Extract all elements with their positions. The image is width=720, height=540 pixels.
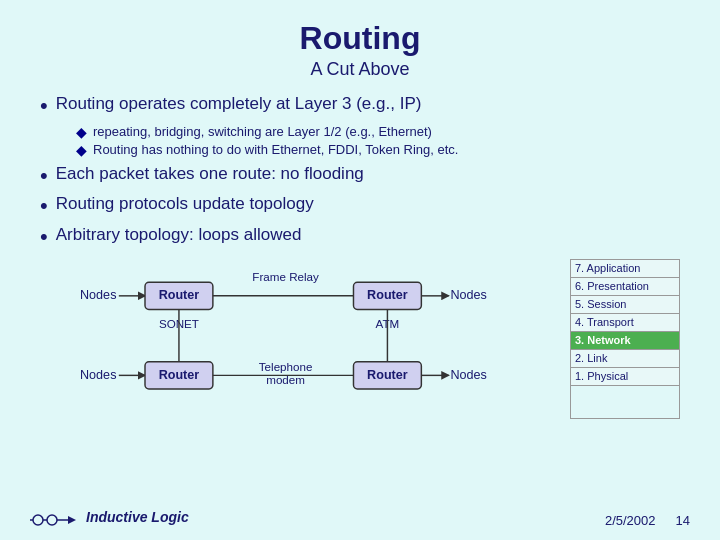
footer: Inductive Logic 2/5/2002 14 bbox=[0, 506, 720, 528]
osi-row-6: 2. Link bbox=[571, 350, 679, 368]
bottom-left-nodes-label: Nodes bbox=[80, 367, 116, 381]
top-left-nodes-label: Nodes bbox=[80, 288, 116, 302]
top-right-router-label: Router bbox=[367, 288, 408, 302]
osi-row-1: 7. Application bbox=[571, 260, 679, 278]
sub-bullet-1-2-text: Routing has nothing to do with Ethernet,… bbox=[93, 142, 458, 157]
bullet-3: • Routing protocols update topology bbox=[40, 194, 680, 218]
slide-subtitle: A Cut Above bbox=[40, 59, 680, 80]
inductive-logic-text: Inductive Logic bbox=[86, 509, 189, 525]
telephone-modem-label-1: Telephone bbox=[259, 359, 313, 372]
diagram-area: Nodes Router Frame Relay Router Nodes SO… bbox=[40, 259, 680, 419]
osi-row-5: 3. Network bbox=[571, 332, 679, 350]
svg-marker-5 bbox=[68, 516, 76, 524]
bullet-1: • Routing operates completely at Layer 3… bbox=[40, 94, 680, 118]
sub-dot-1-1: ◆ bbox=[76, 124, 87, 140]
sub-bullet-1-1: ◆ repeating, bridging, switching are Lay… bbox=[76, 124, 680, 140]
bullet-3-text: Routing protocols update topology bbox=[56, 194, 314, 214]
osi-row-2: 6. Presentation bbox=[571, 278, 679, 296]
inductive-logic-icon bbox=[30, 506, 80, 528]
svg-point-1 bbox=[47, 515, 57, 525]
footer-date: 2/5/2002 bbox=[605, 513, 656, 528]
bottom-left-router-label: Router bbox=[159, 367, 200, 381]
bullet-dot-1: • bbox=[40, 94, 48, 118]
bullet-dot-2: • bbox=[40, 164, 48, 188]
bullet-dot-4: • bbox=[40, 225, 48, 249]
telephone-modem-label-2: modem bbox=[266, 373, 305, 386]
footer-page: 14 bbox=[676, 513, 690, 528]
osi-row-4: 4. Transport bbox=[571, 314, 679, 332]
inductive-logic-branding: Inductive Logic bbox=[30, 506, 189, 528]
osi-row-3: 5. Session bbox=[571, 296, 679, 314]
bottom-right-router-label: Router bbox=[367, 367, 408, 381]
sub-bullets-1: ◆ repeating, bridging, switching are Lay… bbox=[76, 124, 680, 158]
bullet-2-text: Each packet takes one route: no flooding bbox=[56, 164, 364, 184]
footer-right: 2/5/2002 14 bbox=[605, 513, 690, 528]
sub-dot-1-2: ◆ bbox=[76, 142, 87, 158]
svg-point-0 bbox=[33, 515, 43, 525]
network-diagram: Nodes Router Frame Relay Router Nodes SO… bbox=[40, 259, 570, 419]
bullet-1-text: Routing operates completely at Layer 3 (… bbox=[56, 94, 422, 114]
sub-bullet-1-2: ◆ Routing has nothing to do with Etherne… bbox=[76, 142, 680, 158]
osi-row-7: 1. Physical bbox=[571, 368, 679, 386]
osi-table: 7. Application6. Presentation5. Session4… bbox=[570, 259, 680, 419]
bullet-4-text: Arbitrary topology: loops allowed bbox=[56, 225, 302, 245]
bullet-2: • Each packet takes one route: no floodi… bbox=[40, 164, 680, 188]
top-right-nodes-label: Nodes bbox=[450, 288, 486, 302]
slide: Routing A Cut Above • Routing operates c… bbox=[0, 0, 720, 540]
frame-relay-label: Frame Relay bbox=[252, 270, 319, 283]
bottom-right-nodes-label: Nodes bbox=[450, 367, 486, 381]
bullet-4: • Arbitrary topology: loops allowed bbox=[40, 225, 680, 249]
slide-title: Routing bbox=[40, 20, 680, 57]
bullet-dot-3: • bbox=[40, 194, 48, 218]
network-svg: Nodes Router Frame Relay Router Nodes SO… bbox=[40, 259, 570, 419]
top-left-router-label: Router bbox=[159, 288, 200, 302]
sub-bullet-1-1-text: repeating, bridging, switching are Layer… bbox=[93, 124, 432, 139]
